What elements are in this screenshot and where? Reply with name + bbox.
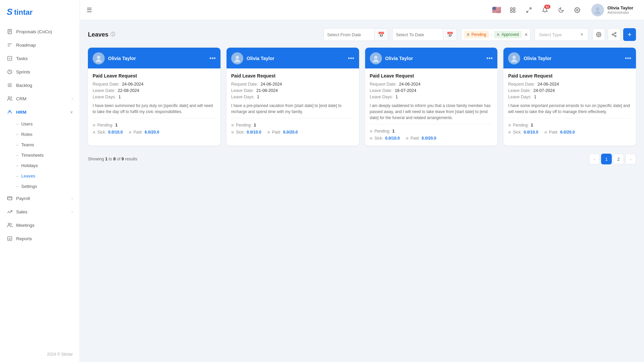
pagination-next[interactable]: › xyxy=(625,154,636,164)
fullscreen-icon[interactable] xyxy=(523,4,535,16)
card-request-date: Request Date: 24-06-2024 xyxy=(231,82,354,87)
language-flag-icon[interactable]: 🇺🇸 xyxy=(491,4,503,16)
pagination: ‹ 1 2 › xyxy=(589,154,636,164)
card-user-name: Olivia Taylor xyxy=(524,56,622,61)
sidebar-item-leaves[interactable]: Leaves xyxy=(0,171,80,181)
svg-point-24 xyxy=(577,9,578,11)
settings-icon[interactable] xyxy=(571,4,583,16)
leave-card: Olivia Taylor ••• Paid Leave Request Req… xyxy=(365,48,498,146)
svg-text:S: S xyxy=(7,7,13,17)
from-date-input[interactable] xyxy=(324,32,374,37)
card-description: I am deeply saddened to inform you that … xyxy=(370,103,493,121)
card-stats: ≡ Pending: 1 ≡ Sick: 0.0/10.0 ≡ Paid: xyxy=(93,121,216,135)
svg-rect-13 xyxy=(7,197,12,200)
sidebar-item-label: Proposals (CoCo) xyxy=(16,29,52,34)
logo: S tintar xyxy=(0,0,80,25)
card-description: I have some important personal errands t… xyxy=(508,103,631,115)
card-menu-icon[interactable]: ••• xyxy=(486,55,493,62)
list-icon: ≡ xyxy=(508,130,511,135)
svg-line-30 xyxy=(613,35,615,36)
pagination-page-1[interactable]: 1 xyxy=(601,154,612,164)
notification-icon[interactable]: 52 xyxy=(539,4,551,16)
sidebar-item-users[interactable]: Users xyxy=(0,119,80,129)
sidebar-item-label: CRM xyxy=(16,96,27,101)
to-date-calendar-icon[interactable]: 📅 xyxy=(443,29,457,41)
sidebar-item-hrm[interactable]: HRM ∨ xyxy=(0,105,80,119)
add-leave-button[interactable] xyxy=(623,28,636,41)
filter-settings-button[interactable] xyxy=(592,28,605,41)
sidebar-item-holidays[interactable]: Holidays xyxy=(0,160,80,171)
sidebar-item-reports[interactable]: Reports xyxy=(0,232,80,245)
pagination-page-2[interactable]: 2 xyxy=(613,154,624,164)
sidebar-item-sprints[interactable]: Sprints xyxy=(0,65,80,79)
sidebar-item-label: Backlog xyxy=(16,83,32,88)
card-title: Paid Leave Request xyxy=(93,73,216,79)
card-menu-icon[interactable]: ••• xyxy=(348,55,354,62)
sidebar-item-proposals[interactable]: Proposals (CoCo) xyxy=(0,25,80,38)
sidebar-item-backlog[interactable]: Backlog xyxy=(0,79,80,92)
from-date-calendar-icon[interactable]: 📅 xyxy=(374,29,388,41)
card-user-name: Olivia Taylor xyxy=(385,56,483,61)
apps-grid-icon[interactable] xyxy=(507,4,519,16)
card-leave-days: Leave Days: 1 xyxy=(93,95,216,99)
sidebar-nav: Proposals (CoCo) Roadmap Tasks Sprints B… xyxy=(0,25,80,347)
all-tags-close[interactable]: × xyxy=(525,32,528,37)
card-avatar xyxy=(508,52,520,64)
pagination-row: Showing 1 to 8 of 9 results ‹ 1 2 › xyxy=(88,154,636,164)
avatar xyxy=(591,4,604,16)
leave-card: Olivia Taylor ••• Paid Leave Request Req… xyxy=(227,48,359,146)
user-profile[interactable]: Olivia Taylor Administrator xyxy=(587,2,637,18)
card-avatar xyxy=(370,52,382,64)
page-title: Leaves ⓘ xyxy=(88,31,115,38)
card-leave-days: Leave Days: 1 xyxy=(231,95,354,99)
pagination-prev[interactable]: ‹ xyxy=(589,154,600,164)
chevron-right-icon: › xyxy=(71,210,73,214)
sidebar-item-payroll[interactable]: Payroll › xyxy=(0,192,80,205)
stat-pending-row: ≡ Pending: 1 xyxy=(508,122,631,128)
card-header: Olivia Taylor ••• xyxy=(227,48,359,68)
type-filter-select[interactable]: Select Type ▼ xyxy=(535,28,588,41)
sidebar-item-meetings[interactable]: Meetings xyxy=(0,218,80,232)
card-body: Paid Leave Request Request Date: 24-06-2… xyxy=(365,68,498,146)
card-menu-icon[interactable]: ••• xyxy=(209,55,216,62)
svg-point-29 xyxy=(615,36,616,37)
sidebar-item-crm[interactable]: CRM › xyxy=(0,92,80,105)
from-date-filter: 📅 xyxy=(324,28,388,41)
stat-pending-row: ≡ Pending: 1 xyxy=(370,128,493,134)
sidebar-item-settings[interactable]: Settings xyxy=(0,181,80,192)
approved-tag-close[interactable]: × xyxy=(497,32,499,37)
showing-text: Showing 1 to 8 of 9 results xyxy=(88,157,137,161)
sidebar-item-label: Payroll xyxy=(16,196,30,201)
card-leave-days: Leave Days: 1 xyxy=(508,95,631,99)
card-request-date: Request Date: 24-06-2024 xyxy=(93,82,216,87)
menu-toggle-icon[interactable]: ☰ xyxy=(87,6,92,14)
svg-point-15 xyxy=(8,223,10,225)
card-menu-icon[interactable]: ••• xyxy=(625,55,631,62)
sidebar-item-roadmap[interactable]: Roadmap xyxy=(0,38,80,52)
document-icon xyxy=(7,29,13,35)
chevron-down-icon: ∨ xyxy=(70,110,73,114)
info-icon[interactable]: ⓘ xyxy=(110,32,115,38)
to-date-input[interactable] xyxy=(393,32,443,37)
hrm-icon xyxy=(7,109,13,115)
list-icon: ≡ xyxy=(231,130,234,135)
share-button[interactable] xyxy=(608,28,621,41)
action-buttons xyxy=(592,28,636,41)
svg-line-22 xyxy=(529,8,531,9)
backlog-icon xyxy=(7,82,13,88)
sidebar-item-sales[interactable]: Sales › xyxy=(0,205,80,218)
user-info: Olivia Taylor Administrator xyxy=(607,5,633,14)
pending-tag-close[interactable]: × xyxy=(467,32,469,37)
dark-mode-icon[interactable] xyxy=(555,4,567,16)
sidebar-item-teams[interactable]: Teams xyxy=(0,140,80,150)
payroll-icon xyxy=(7,195,13,201)
svg-point-28 xyxy=(612,34,613,35)
sidebar-item-roles[interactable]: Roles xyxy=(0,129,80,140)
svg-point-34 xyxy=(97,56,100,59)
sidebar-item-tasks[interactable]: Tasks xyxy=(0,52,80,65)
footer-copyright: 2024 © Stintar xyxy=(0,347,80,362)
roadmap-icon xyxy=(7,42,13,48)
notification-badge: 52 xyxy=(544,5,550,9)
sidebar-item-label: Reports xyxy=(16,236,32,241)
sidebar-item-timesheets[interactable]: Timesheets xyxy=(0,150,80,160)
